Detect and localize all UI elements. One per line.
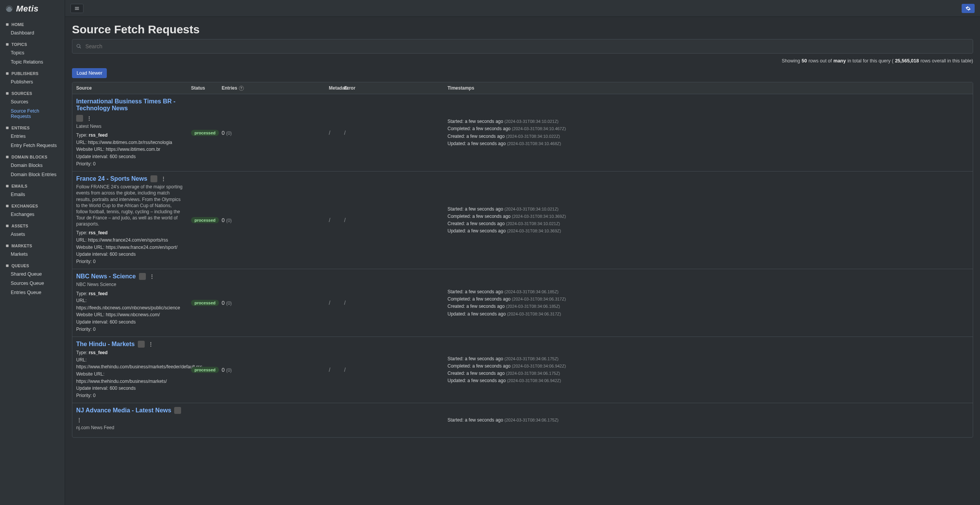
kv-interval: Update interval: 600 seconds <box>76 153 183 160</box>
timestamp-group: Started: a few seconds ago (2024-03-31T0… <box>448 118 566 147</box>
source-favicon <box>138 341 145 348</box>
source-details: Type: rss_feedURL: https://www.ibtimes.c… <box>76 132 183 167</box>
status-badge: processed <box>191 367 219 373</box>
source-favicon <box>76 115 83 122</box>
ts-created: Created: a few seconds ago (2024-03-31T0… <box>448 303 566 310</box>
table-row: International Business Times BR - Techno… <box>72 94 973 172</box>
ts-rel: Created: a few seconds ago <box>448 304 506 309</box>
cell-metadata: / <box>325 337 340 403</box>
sidebar-item[interactable]: Sources Queue <box>0 279 65 288</box>
row-menu-button[interactable] <box>86 115 92 121</box>
kv-value: rss_feed <box>89 350 108 355</box>
load-newer-button[interactable]: Load Newer <box>72 68 107 78</box>
source-details: Type: rss_feedURL: https://www.france24.… <box>76 229 183 265</box>
sidebar-heading-label: TOPICS <box>11 42 27 47</box>
row-menu-button[interactable] <box>76 417 82 423</box>
ts-abs: (2024-03-31T08:34:10.369Z) <box>512 214 566 219</box>
sidebar-item[interactable]: Shared Queue <box>0 270 65 279</box>
svg-rect-4 <box>6 92 9 95</box>
ts-created: Created: a few seconds ago (2024-03-31T0… <box>448 133 566 140</box>
sidebar-item[interactable]: Emails <box>0 190 65 199</box>
sidebar-item[interactable]: Entries Queue <box>0 288 65 297</box>
source-link[interactable]: The Hindu - Markets <box>76 341 135 348</box>
col-entries: Entries ? <box>218 82 325 94</box>
source-desc: Latest News <box>76 123 183 129</box>
summary-shown: 50 <box>802 58 807 64</box>
kv-value: https://www.france24.com/en/sport/ <box>106 245 177 250</box>
source-link[interactable]: France 24 - Sports News <box>76 175 147 182</box>
sidebar-section: EMAILSEmails <box>0 181 65 199</box>
ts-started: Started: a few seconds ago (2024-03-31T0… <box>448 118 566 125</box>
search-input[interactable] <box>85 43 969 49</box>
sidebar-heading: EMAILS <box>0 181 65 190</box>
row-menu-button[interactable] <box>160 176 167 182</box>
sidebar-item[interactable]: Domain Block Entries <box>0 170 65 179</box>
sidebar: Metis HOMEDashboardTOPICSTopicsTopic Rel… <box>0 0 65 505</box>
topbar <box>65 0 980 17</box>
sidebar-heading-label: HOME <box>11 22 24 27</box>
entries-help-icon[interactable]: ? <box>239 86 244 91</box>
kv-label: URL: <box>76 237 88 243</box>
kv-value: https://www.france24.com/en/sports/rss <box>88 237 168 243</box>
entries-sub: (0) <box>226 301 232 306</box>
ts-abs: (2024-03-31T08:34:06.185Z) <box>506 304 560 309</box>
ts-updated: Updated: a few seconds ago (2024-03-31T0… <box>448 377 566 384</box>
sidebar-heading-label: PUBLISHERS <box>11 71 39 76</box>
sidebar-heading-label: EXCHANGES <box>11 204 38 208</box>
sidebar-item[interactable]: Dashboard <box>0 28 65 38</box>
hamburger-button[interactable] <box>70 4 83 13</box>
ts-created: Created: a few seconds ago (2024-03-31T0… <box>448 220 566 227</box>
source-title: International Business Times BR - Techno… <box>76 98 183 122</box>
source-link[interactable]: International Business Times BR - Techno… <box>76 98 183 112</box>
kv-type: Type: rss_feed <box>76 132 183 139</box>
section-icon <box>5 42 9 46</box>
kv-value: 0 <box>93 393 96 398</box>
cell-timestamps: Started: a few seconds ago (2024-03-31T0… <box>444 94 627 171</box>
kv-value: https://www.ibtimes.com.br/rss/tecnologi… <box>88 140 172 145</box>
timestamp-group: Started: a few seconds ago (2024-03-31T0… <box>448 288 566 318</box>
cell-entries: 0 (0) <box>218 94 325 171</box>
kv-value: https://feeds.nbcnews.com/nbcnews/public… <box>76 305 180 311</box>
sidebar-item[interactable]: Entry Fetch Requests <box>0 141 65 150</box>
sidebar-item[interactable]: Exchanges <box>0 210 65 219</box>
source-link[interactable]: NBC News - Science <box>76 273 136 280</box>
row-menu-button[interactable] <box>148 341 154 347</box>
sidebar-item[interactable]: Sources <box>0 97 65 106</box>
ts-rel: Completed: a few seconds ago <box>448 214 512 219</box>
kv-interval: Update interval: 600 seconds <box>76 319 183 326</box>
kv-label: Update interval: <box>76 386 109 391</box>
kv-website: Website URL: https://www.france24.com/en… <box>76 244 183 251</box>
summary-mid1: rows out of <box>808 58 832 64</box>
row-menu-button[interactable] <box>149 273 155 279</box>
kv-priority: Priority: 0 <box>76 160 183 168</box>
sidebar-item[interactable]: Topic Relations <box>0 57 65 67</box>
kv-interval: Update interval: 600 seconds <box>76 385 183 392</box>
ts-rel: Completed: a few seconds ago <box>448 363 512 369</box>
kv-label: URL: <box>76 140 88 145</box>
ts-completed: Completed: a few seconds ago (2024-03-31… <box>448 125 566 132</box>
kv-value: rss_feed <box>89 291 108 296</box>
sidebar-item[interactable]: Topics <box>0 48 65 57</box>
cell-timestamps: Started: a few seconds ago (2024-03-31T0… <box>444 172 627 269</box>
entries-count: 0 (0) <box>222 130 232 136</box>
cell-source: International Business Times BR - Techno… <box>72 94 187 171</box>
source-link[interactable]: NJ Advance Media - Latest News <box>76 407 171 414</box>
sidebar-heading-label: DOMAIN BLOCKS <box>11 155 47 159</box>
kv-type: Type: rss_feed <box>76 349 183 356</box>
kv-website: Website URL: https://www.thehindu.com/bu… <box>76 371 183 385</box>
status-badge: processed <box>191 130 219 136</box>
source-desc: Follow FRANCE 24's coverage of the major… <box>76 184 183 227</box>
sidebar-item[interactable]: Entries <box>0 132 65 141</box>
source-favicon <box>174 407 181 414</box>
kv-label: Website URL: <box>76 371 105 377</box>
table-row: NJ Advance Media - Latest Newsnj.com New… <box>72 403 973 437</box>
kv-value: rss_feed <box>89 230 108 235</box>
sidebar-item[interactable]: Publishers <box>0 77 65 87</box>
settings-button[interactable] <box>962 4 975 13</box>
sidebar-item[interactable]: Source Fetch Requests <box>0 106 65 121</box>
sidebar-item[interactable]: Domain Blocks <box>0 161 65 170</box>
kv-value: 0 <box>93 259 96 264</box>
sidebar-item[interactable]: Markets <box>0 250 65 259</box>
kv-label: URL: <box>76 357 87 363</box>
sidebar-item[interactable]: Assets <box>0 230 65 239</box>
